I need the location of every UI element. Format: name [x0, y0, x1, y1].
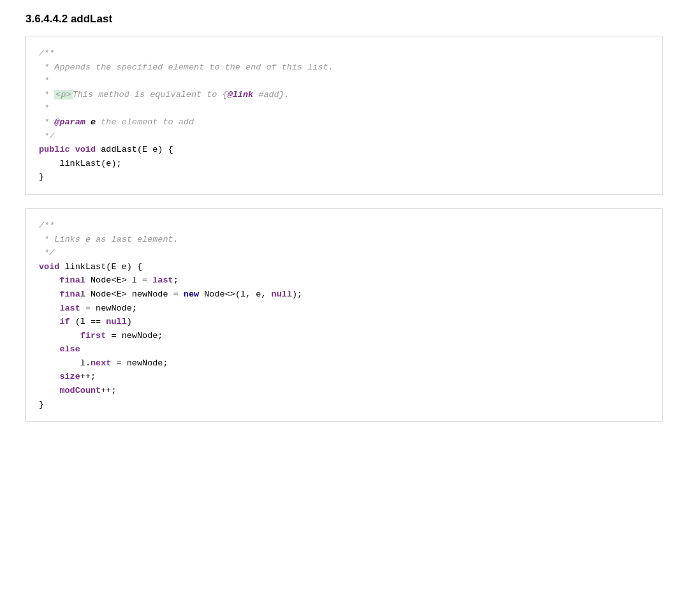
- section-title: 3.6.4.4.2 addLast: [26, 13, 662, 26]
- code-content-1: /** * Appends the specified element to t…: [39, 47, 649, 184]
- code-block-addlast: /** * Appends the specified element to t…: [26, 36, 662, 195]
- code-content-2: /** * Links e as last element. */ void l…: [39, 219, 649, 411]
- code-block-linklast: /** * Links e as last element. */ void l…: [26, 208, 662, 422]
